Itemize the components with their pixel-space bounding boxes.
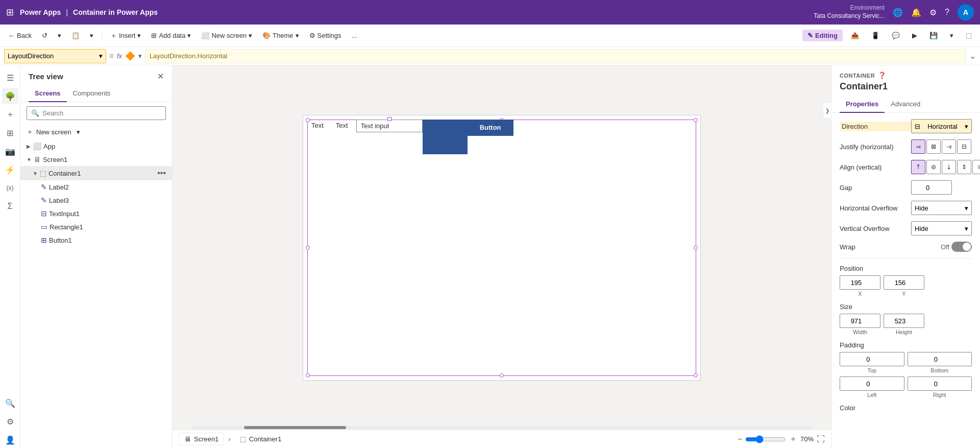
right-panel-collapse[interactable]: ❯ xyxy=(823,102,831,119)
undo-icon[interactable]: ↺ xyxy=(38,30,52,41)
comment-icon[interactable]: 💬 xyxy=(888,30,904,41)
tree-item-textinput1[interactable]: ⊟ TextInput1 xyxy=(20,207,172,220)
formula-input[interactable] xyxy=(145,49,966,63)
container1-more[interactable]: ••• xyxy=(157,169,166,178)
undo-dropdown-icon[interactable]: ▾ xyxy=(54,30,65,41)
handle-bm[interactable] xyxy=(500,373,504,378)
help-circle-icon[interactable]: ❓ xyxy=(878,72,887,79)
more-right-icon[interactable]: ⬚ xyxy=(962,30,976,41)
zoom-in-button[interactable]: ＋ xyxy=(789,434,797,444)
avatar[interactable]: A xyxy=(958,4,974,20)
connections-icon[interactable]: ⚡ xyxy=(2,161,18,178)
tree-item-container1[interactable]: ▼ ⬚ Container1 ••• xyxy=(20,166,172,180)
pad-top-input[interactable] xyxy=(840,352,904,366)
add-data-button[interactable]: ⊞ Add data ▾ xyxy=(147,30,195,41)
back-button[interactable]: ← Back xyxy=(4,30,36,41)
save-dropdown[interactable]: ▾ xyxy=(946,30,958,41)
tree-close-button[interactable]: ✕ xyxy=(157,72,164,81)
media-icon[interactable]: 📷 xyxy=(2,143,18,159)
label3-canvas[interactable]: Text xyxy=(332,120,356,131)
collapse-icon[interactable]: ❯ xyxy=(823,102,831,119)
new-screen-button[interactable]: ⬜ New screen ▾ xyxy=(197,30,256,41)
fullscreen-icon[interactable]: ⛶ xyxy=(817,435,825,444)
wrap-switch[interactable] xyxy=(951,242,972,252)
direction-dropdown[interactable]: ⊟ Horizontal ▾ xyxy=(911,119,972,133)
position-y-input[interactable] xyxy=(884,275,924,290)
justify-start[interactable]: ⫤ xyxy=(911,139,925,154)
button-canvas[interactable]: Button xyxy=(468,120,513,136)
data-icon[interactable]: ⊞ xyxy=(2,125,18,141)
tree-item-app[interactable]: ▶ ⬜ App xyxy=(20,139,172,153)
search-bottom-icon[interactable]: 🔍 xyxy=(2,395,18,411)
rectangle-canvas[interactable] xyxy=(423,120,468,154)
gap-input[interactable] xyxy=(911,180,952,195)
scrollbar-horizontal[interactable] xyxy=(173,426,831,430)
h-overflow-dropdown[interactable]: Hide ▾ xyxy=(911,201,972,215)
handle-ml[interactable] xyxy=(306,246,310,250)
v-overflow-dropdown[interactable]: Hide ▾ xyxy=(911,221,972,235)
more-button[interactable]: ... xyxy=(348,30,361,41)
wrap-toggle[interactable]: Off xyxy=(941,242,972,252)
handle-br[interactable] xyxy=(694,373,698,378)
search-input[interactable] xyxy=(42,107,161,120)
label2-canvas[interactable]: Text xyxy=(307,120,332,131)
settings-icon[interactable]: ⚙ xyxy=(929,8,937,17)
profile-icon[interactable]: 👤 xyxy=(2,432,18,448)
expand-icon[interactable]: ⌄ xyxy=(969,51,976,61)
tree-item-rectangle1[interactable]: ▭ Rectangle1 xyxy=(20,220,172,233)
save-icon[interactable]: 💾 xyxy=(925,30,942,41)
align-middle[interactable]: ⊜ xyxy=(926,160,941,174)
pad-bottom-input[interactable] xyxy=(908,352,972,366)
tree-item-screen1[interactable]: ▼ 🖥 Screen1 xyxy=(20,153,172,166)
add-icon[interactable]: ＋ xyxy=(2,106,18,123)
align-bottom[interactable]: ⤓ xyxy=(942,160,956,174)
editing-button[interactable]: ✎ Editing xyxy=(802,30,843,41)
position-x-input[interactable] xyxy=(840,275,880,290)
community-icon[interactable]: 🌐 xyxy=(893,8,903,17)
insert-button[interactable]: ＋ Insert ▾ xyxy=(106,29,145,42)
settings-bottom-icon[interactable]: ⚙ xyxy=(2,413,18,430)
tree-item-label2[interactable]: ✎ Label2 xyxy=(20,180,172,194)
size-height-input[interactable] xyxy=(884,314,924,328)
tab-properties[interactable]: Properties xyxy=(840,96,885,113)
scrollbar-thumb[interactable] xyxy=(244,426,346,429)
tree-item-button1[interactable]: ⊞ Button1 xyxy=(20,233,172,247)
formulas-icon[interactable]: Σ xyxy=(2,198,18,215)
play-icon[interactable]: ▶ xyxy=(908,30,921,41)
zoom-out-button[interactable]: − xyxy=(738,435,742,444)
copy-icon[interactable]: 📋 xyxy=(67,30,84,41)
align-stretch[interactable]: ⇕ xyxy=(957,160,971,174)
pad-left-input[interactable] xyxy=(840,376,904,391)
canvas-content[interactable]: Text Text Text input Button xyxy=(173,65,831,430)
tree-item-label3[interactable]: ✎ Label3 xyxy=(20,194,172,207)
new-screen-item[interactable]: ＋ New screen ▾ xyxy=(20,124,172,139)
handle-bl[interactable] xyxy=(306,373,310,378)
theme-button[interactable]: 🎨 Theme ▾ xyxy=(258,30,303,41)
sidebar-toggle[interactable]: ☰ xyxy=(2,69,18,86)
pad-right-input[interactable] xyxy=(908,376,972,391)
tab-screens[interactable]: Screens xyxy=(29,85,67,102)
tab-components[interactable]: Components xyxy=(67,85,117,102)
paste-dropdown-icon[interactable]: ▾ xyxy=(86,30,97,41)
size-width-input[interactable] xyxy=(840,314,880,328)
justify-space[interactable]: ⊟ xyxy=(957,139,971,154)
align-top[interactable]: ⤒ xyxy=(911,160,925,174)
settings-button[interactable]: ⚙ Settings xyxy=(305,30,346,41)
handle-tr[interactable] xyxy=(694,118,698,122)
property-dropdown[interactable]: LayoutDirection ▾ xyxy=(4,49,106,63)
variables-icon[interactable]: (x) xyxy=(2,180,18,196)
justify-center[interactable]: ⊠ xyxy=(926,139,941,154)
notification-icon[interactable]: 🔔 xyxy=(911,8,921,17)
container1-tab[interactable]: ⬚ Container1 xyxy=(235,433,287,445)
textinput-canvas[interactable]: Text input xyxy=(356,120,423,132)
waffle-icon[interactable]: ⊞ xyxy=(6,7,14,18)
zoom-slider[interactable] xyxy=(745,435,786,443)
treeview-icon[interactable]: 🌳 xyxy=(2,88,18,104)
share-icon[interactable]: 📤 xyxy=(847,30,863,41)
phone-icon[interactable]: 📱 xyxy=(867,30,884,41)
align-baseline[interactable]: ≡ xyxy=(972,160,980,174)
justify-end[interactable]: ⫣ xyxy=(942,139,956,154)
tab-advanced[interactable]: Advanced xyxy=(885,96,926,113)
screen1-tab[interactable]: 🖥 Screen1 xyxy=(179,433,224,445)
help-icon[interactable]: ? xyxy=(945,8,949,17)
